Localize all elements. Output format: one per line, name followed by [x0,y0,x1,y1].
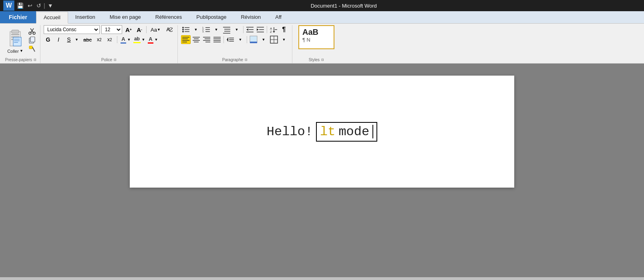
ordered-list-button[interactable]: 1. 2. 3. [201,25,211,34]
title-bar-content: W 💾 ↩ ↺ | ▼ Document1 - Microsoft Word [0,0,636,11]
strikethrough-button[interactable]: abc [82,35,93,44]
separator2 [117,36,117,43]
tab-accueil[interactable]: Accueil [36,12,68,24]
sep3 [243,26,244,33]
coller-dropdown-icon: ▼ [20,49,23,53]
multilevel-list-group: ▼ [222,25,242,34]
sep6 [247,36,247,43]
tab-affichage[interactable]: Aff [268,11,289,23]
styles-label[interactable]: Styles ⊡ [296,57,337,63]
font-color-container: A ▼ [120,35,131,44]
svg-line-16 [32,47,35,52]
sort-button[interactable]: A Z [269,25,278,34]
font-size-select[interactable]: 12 [101,25,122,34]
qa-dropdown-button[interactable]: ▼ [46,2,55,10]
svg-point-11 [29,32,31,34]
line-spacing-button[interactable] [225,35,235,44]
align-right-button[interactable] [202,35,211,44]
page: Hello! lt mode [130,76,514,188]
line-spacing-dropdown[interactable]: ▼ [235,35,245,44]
undo-button[interactable]: ↩ [26,2,34,10]
underline-dropdown-button[interactable]: ▼ [73,35,80,44]
borders-dropdown[interactable]: ▼ [279,35,289,44]
font-color-bar [121,42,126,44]
police-expand-icon: ⊡ [114,58,117,62]
styles-preview-text: AaB [302,28,318,37]
paragraphe-expand-icon: ⊡ [245,58,248,62]
bold-button[interactable]: G [44,35,52,44]
unordered-list-button[interactable] [181,25,191,34]
group-police: Lucida Consc 12 A+ A- Aa▼ A [40,25,178,63]
svg-line-19 [169,28,172,31]
text-selected-box: lt mode [316,122,377,142]
increase-font-button[interactable]: A+ [124,25,133,34]
align-center-button[interactable] [191,35,201,44]
highlight-container: ab ▼ [133,35,146,44]
highlight-dropdown[interactable]: ▼ [141,35,146,44]
shading-button[interactable] [249,35,258,44]
paste-icon [7,28,23,48]
font-color-button[interactable]: A [120,36,127,44]
tab-fichier[interactable]: Fichier [0,11,36,23]
para-row1: ▼ 1. 2. 3. [181,25,289,34]
tab-mise-en-page[interactable]: Mise en page [103,11,148,23]
document-title: Document1 - Microsoft Word [55,3,633,9]
unordered-list-dropdown[interactable]: ▼ [191,25,201,34]
highlight-button[interactable]: ab [133,36,141,44]
font-color2-dropdown[interactable]: ▼ [154,35,159,44]
cut-button[interactable] [27,27,37,35]
italic-button[interactable]: I [54,35,63,44]
paragraphe-label[interactable]: Paragraphe ⊡ [181,57,289,63]
police-label[interactable]: Police ⊡ [44,57,174,63]
svg-marker-37 [246,28,248,31]
multilevel-list-button[interactable] [222,25,231,34]
copy-button[interactable] [27,36,37,44]
ordered-list-dropdown[interactable]: ▼ [211,25,221,34]
svg-text:Z: Z [270,30,272,34]
tab-insertion[interactable]: Insertion [68,11,103,23]
change-case-button[interactable]: Aa▼ [149,25,162,34]
tab-references[interactable]: Références [148,11,189,23]
highlight-letter: ab [134,36,140,42]
format-painter-button[interactable] [27,45,37,53]
clear-format-button[interactable]: A [164,25,174,34]
title-bar: W 💾 ↩ ↺ | ▼ Document1 - Microsoft Word [0,0,644,11]
svg-rect-14 [30,37,35,42]
presse-papiers-label[interactable]: Presse-papiers ⊡ [5,57,37,63]
font-color2-button[interactable]: A [147,36,154,44]
decrease-indent-button[interactable] [245,25,255,34]
tab-publipostage[interactable]: Publipostage [189,11,233,23]
borders-button[interactable] [269,35,279,44]
svg-rect-15 [29,46,32,49]
group-presse-papiers: Coller ▼ [2,25,40,63]
align-left-button[interactable] [181,35,191,44]
group-styles: AaB ¶ N Styles ⊡ [292,25,340,63]
font-color-dropdown[interactable]: ▼ [127,35,131,44]
superscript-button[interactable]: x2 [105,35,114,44]
shading-dropdown[interactable]: ▼ [259,35,268,44]
redo-button[interactable]: ↺ [35,2,43,10]
highlight-bar [133,42,141,43]
show-hide-button[interactable]: ¶ [279,25,289,34]
save-button[interactable]: 💾 [15,2,25,10]
font-family-select[interactable]: Lucida Consc [44,25,100,34]
clipboard-small-icons [27,27,37,55]
sep5 [223,36,224,43]
underline-button[interactable]: S [64,35,73,44]
presse-papiers-expand-icon: ⊡ [34,58,36,62]
decrease-font-button[interactable]: A- [135,25,144,34]
borders-group: ▼ [269,35,289,44]
list-btn-group: ▼ [181,25,201,34]
svg-rect-69 [250,36,257,42]
group-paragraphe: ▼ 1. 2. 3. [178,25,292,63]
tab-revision[interactable]: Révision [233,11,268,23]
multilevel-list-dropdown[interactable]: ▼ [232,25,242,34]
svg-rect-2 [11,34,19,35]
svg-rect-6 [14,39,20,40]
increase-indent-button[interactable] [256,25,265,34]
svg-rect-8 [14,42,18,43]
coller-button[interactable]: Coller ▼ [5,26,26,55]
styles-preview[interactable]: AaB ¶ N [298,25,334,49]
subscript-button[interactable]: x2 [95,35,104,44]
justify-button[interactable] [212,35,222,44]
